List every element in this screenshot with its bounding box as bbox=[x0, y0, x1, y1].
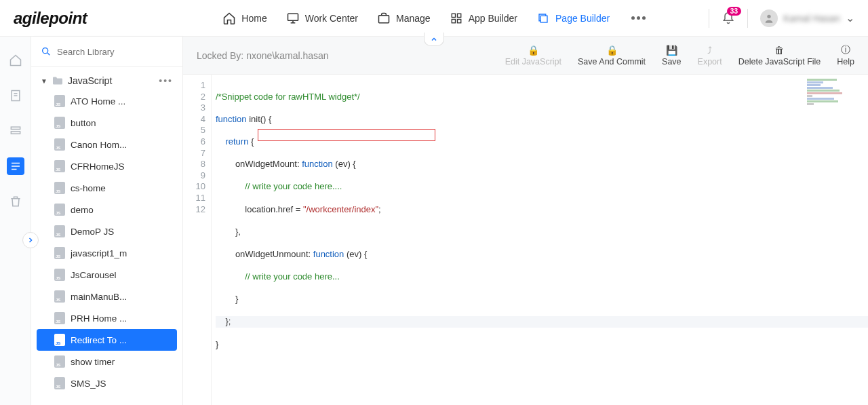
save-and-commit-button[interactable]: 🔒Save And Commit bbox=[578, 45, 646, 66]
tree-item[interactable]: Redirect To ... bbox=[37, 329, 177, 351]
lock-icon: 🔒 bbox=[528, 45, 539, 56]
rail-pages[interactable] bbox=[7, 87, 24, 104]
divider bbox=[747, 9, 748, 28]
tree-item[interactable]: Canon Hom... bbox=[31, 134, 182, 155]
library-tree[interactable]: ▼ JavaScript ••• ATO Home ...buttonCanon… bbox=[31, 67, 182, 405]
tree-item[interactable]: CFRHomeJS bbox=[31, 155, 182, 177]
briefcase-icon bbox=[377, 12, 391, 25]
grid-icon bbox=[450, 12, 463, 25]
rail-expand-button[interactable] bbox=[22, 232, 39, 248]
delete-javascript-button[interactable]: 🗑Delete JavaScript File bbox=[738, 45, 821, 66]
js-file-icon bbox=[54, 225, 65, 237]
user-name-label: Kamal Hasan bbox=[783, 13, 840, 24]
tree-item[interactable]: JsCarousel bbox=[31, 264, 182, 286]
nav-home[interactable]: Home bbox=[222, 12, 267, 25]
notifications-button[interactable]: 33 bbox=[722, 12, 735, 25]
copy-icon bbox=[536, 12, 550, 25]
rail-library[interactable] bbox=[7, 157, 24, 175]
nav-app-builder-label: App Builder bbox=[469, 13, 517, 24]
tree-item[interactable]: javascript1_m bbox=[31, 242, 182, 264]
tree-item[interactable]: button bbox=[31, 112, 182, 134]
avatar-icon bbox=[760, 9, 778, 27]
rail-trash[interactable] bbox=[7, 193, 24, 210]
tree-item[interactable]: SMS_JS bbox=[31, 372, 182, 394]
tree-item[interactable]: PRH Home ... bbox=[31, 307, 182, 329]
chevron-down-icon: ⌄ bbox=[846, 12, 854, 24]
svg-rect-2 bbox=[452, 14, 455, 17]
home-icon bbox=[222, 12, 236, 25]
export-icon: ⤴ bbox=[707, 45, 712, 56]
svg-point-7 bbox=[767, 14, 770, 18]
tree-item[interactable]: show timer bbox=[31, 351, 182, 372]
lock-icon: 🔒 bbox=[606, 45, 618, 56]
help-button[interactable]: ⓘHelp bbox=[837, 45, 854, 66]
svg-point-11 bbox=[43, 48, 48, 54]
nav-work-center[interactable]: Work Center bbox=[286, 12, 358, 25]
tree-item-label: DemoP JS bbox=[71, 227, 114, 237]
tree-item[interactable]: demo bbox=[31, 199, 182, 220]
js-file-icon bbox=[54, 377, 65, 389]
svg-rect-3 bbox=[457, 14, 460, 17]
tree-folder-menu[interactable]: ••• bbox=[159, 75, 173, 86]
line-gutter: 123456789101112 bbox=[183, 75, 212, 405]
tree-item-label: demo bbox=[71, 205, 94, 215]
svg-rect-6 bbox=[540, 16, 547, 22]
save-button[interactable]: 💾Save bbox=[662, 45, 682, 66]
trash-icon: 🗑 bbox=[774, 45, 784, 56]
code-editor[interactable]: 123456789101112 /*Snippet code for rawHT… bbox=[183, 75, 868, 405]
monitor-icon bbox=[286, 12, 300, 25]
minimap[interactable] bbox=[807, 79, 861, 119]
folder-icon bbox=[52, 76, 64, 85]
tree-item-label: JsCarousel bbox=[71, 270, 117, 280]
svg-rect-1 bbox=[379, 15, 389, 22]
tree-folder-label: JavaScript bbox=[68, 75, 112, 86]
tree-item-label: PRH Home ... bbox=[71, 313, 127, 324]
js-file-icon bbox=[54, 269, 65, 281]
svg-rect-5 bbox=[457, 19, 460, 22]
code-content[interactable]: /*Snippet code for rawHTML widget*/ func… bbox=[212, 75, 868, 405]
svg-rect-4 bbox=[452, 19, 455, 22]
js-file-icon bbox=[54, 334, 65, 346]
tree-item-label: CFRHomeJS bbox=[71, 161, 125, 172]
nav-page-builder[interactable]: Page Builder bbox=[536, 12, 610, 25]
user-menu[interactable]: Kamal Hasan ⌄ bbox=[760, 9, 854, 27]
nav-page-builder-label: Page Builder bbox=[555, 13, 610, 24]
nav-manage-label: Manage bbox=[396, 13, 431, 24]
tree-item-label: Canon Hom... bbox=[71, 140, 127, 150]
tree-item[interactable]: DemoP JS bbox=[31, 220, 182, 242]
collapse-header-button[interactable] bbox=[424, 33, 444, 46]
svg-rect-9 bbox=[11, 127, 20, 129]
svg-rect-0 bbox=[288, 14, 298, 20]
js-file-icon bbox=[54, 355, 65, 368]
search-input[interactable] bbox=[57, 47, 173, 57]
tree-item-label: button bbox=[71, 118, 96, 128]
js-file-icon bbox=[54, 95, 65, 107]
locked-by-label: Locked By: nxone\kamal.hasan bbox=[197, 50, 329, 61]
rail-home[interactable] bbox=[7, 52, 24, 69]
svg-rect-10 bbox=[11, 132, 20, 134]
nav-app-builder[interactable]: App Builder bbox=[450, 12, 517, 25]
js-file-icon bbox=[54, 204, 65, 216]
tree-folder-javascript[interactable]: ▼ JavaScript ••• bbox=[31, 71, 182, 90]
js-file-icon bbox=[54, 160, 65, 172]
nav-manage[interactable]: Manage bbox=[377, 12, 431, 25]
js-file-icon bbox=[54, 117, 65, 129]
nav-more-button[interactable] bbox=[631, 16, 646, 20]
tree-item-label: show timer bbox=[71, 357, 115, 367]
tree-item-label: Redirect To ... bbox=[71, 335, 127, 345]
tree-item[interactable]: ATO Home ... bbox=[31, 90, 182, 112]
tree-item-label: cs-home bbox=[71, 183, 106, 193]
export-button[interactable]: ⤴Export bbox=[698, 45, 722, 66]
help-icon: ⓘ bbox=[841, 45, 850, 56]
edit-javascript-button[interactable]: 🔒Edit JavaScript bbox=[505, 45, 561, 66]
tree-item[interactable]: cs-home bbox=[31, 177, 182, 199]
nav-home-label: Home bbox=[241, 13, 267, 24]
rail-forms[interactable] bbox=[7, 122, 24, 140]
js-file-icon bbox=[54, 312, 65, 324]
js-file-icon bbox=[54, 290, 65, 303]
tree-item[interactable]: mainManuB... bbox=[31, 286, 182, 307]
divider bbox=[709, 9, 709, 28]
nav-work-center-label: Work Center bbox=[305, 13, 358, 24]
save-icon: 💾 bbox=[666, 45, 677, 56]
tree-item-label: mainManuB... bbox=[71, 292, 127, 302]
